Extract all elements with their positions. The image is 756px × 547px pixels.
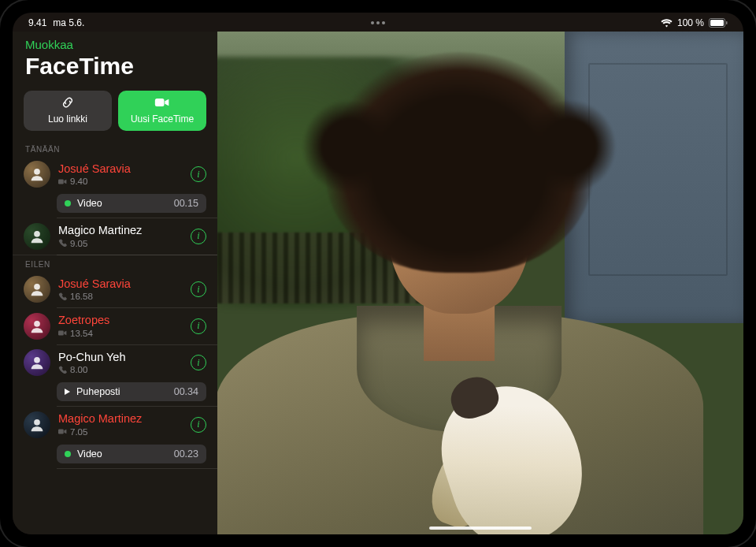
video-preview-illustration [217,32,743,534]
sidebar: Muokkaa FaceTime Luo linkki Uusi [13,32,217,534]
svg-rect-12 [58,430,64,434]
svg-point-6 [34,230,40,236]
call-info: Josué Saravia9.40 [58,162,183,186]
call-info: Magico Martinez7.05 [58,412,183,436]
call-item[interactable]: Magico Martinez9.05i [13,218,217,255]
call-item[interactable]: Po-Chun Yeh8.00i [13,344,217,381]
new-facetime-button[interactable]: Uusi FaceTime [118,91,206,131]
app-title: FaceTime [25,53,205,80]
call-time: 16.58 [70,292,93,301]
wifi-icon [661,19,673,28]
info-button[interactable]: i [191,229,206,244]
svg-point-11 [34,419,40,425]
call-info: Magico Martinez9.05 [58,224,183,247]
svg-rect-3 [155,99,165,106]
create-link-label: Luo linkki [48,113,87,125]
section-header: EILEN [13,255,217,271]
section-header: TÄNÄÄN [13,140,217,156]
call-info: Josué Saravia16.58 [58,277,183,301]
voicemail-pill[interactable]: Puheposti00.34 [57,382,206,401]
svg-point-7 [34,284,40,290]
info-button[interactable]: i [191,355,206,370]
play-icon [65,389,70,395]
call-meta: 7.05 [58,427,183,437]
svg-rect-5 [58,179,64,184]
call-name: Josué Saravia [58,277,183,291]
link-icon [60,95,76,112]
unread-dot-icon [65,451,71,457]
video-message-pill[interactable]: Video00.15 [57,194,206,213]
video-icon [58,427,67,436]
call-name: Magico Martinez [58,224,183,237]
media-label: Video [77,448,168,460]
create-link-button[interactable]: Luo linkki [24,91,112,131]
call-name: Zoetropes [58,314,183,327]
call-item[interactable]: Zoetropes13.54i [13,308,217,344]
svg-point-8 [34,320,40,326]
call-meta: 9.40 [58,177,183,186]
info-button[interactable]: i [191,318,206,334]
media-label: Puheposti [76,386,168,397]
video-icon [58,329,67,337]
status-date: ma 5.6. [53,17,84,28]
battery-icon [709,18,728,28]
edit-button[interactable]: Muokkaa [25,38,205,51]
call-item[interactable]: Magico Martinez7.05i [13,407,217,443]
avatar [24,349,50,376]
svg-point-4 [34,169,40,175]
avatar [24,313,50,340]
call-meta: 8.00 [58,365,183,374]
avatar [24,411,50,438]
phone-icon [58,292,67,301]
ipad-frame: 9.41 ma 5.6. 100 % Muokkaa FaceTime [0,0,756,547]
call-item[interactable]: Josué Saravia16.58i [13,271,217,307]
svg-rect-9 [58,331,64,336]
call-name: Josué Saravia [58,162,183,176]
info-button[interactable]: i [191,281,206,297]
call-time: 8.00 [70,365,87,374]
video-message-pill[interactable]: Video00.23 [57,445,206,463]
battery-text: 100 % [677,17,704,28]
avatar [24,276,50,303]
media-duration: 00.23 [174,448,198,460]
call-name: Magico Martinez [58,412,183,426]
new-facetime-label: Uusi FaceTime [131,113,194,125]
call-meta: 16.58 [58,292,183,301]
call-info: Zoetropes13.54 [58,314,183,337]
svg-rect-2 [726,21,728,24]
avatar [24,223,50,250]
home-indicator[interactable] [429,527,532,530]
call-meta: 13.54 [58,329,183,338]
info-button[interactable]: i [191,417,206,433]
call-meta: 9.05 [58,239,183,248]
call-info: Po-Chun Yeh8.00 [58,351,183,374]
video-icon [58,177,67,186]
multitask-indicator[interactable] [371,21,385,24]
avatar [24,161,50,188]
call-list: TÄNÄÄNJosué Saravia9.40iVideo00.15Magico… [13,140,217,468]
phone-icon [58,366,67,374]
svg-point-10 [34,357,40,363]
screen: 9.41 ma 5.6. 100 % Muokkaa FaceTime [13,13,743,534]
video-icon [154,95,170,112]
call-time: 9.40 [70,177,87,186]
call-time: 9.05 [70,239,87,248]
svg-rect-1 [710,20,724,26]
status-time: 9.41 [28,17,46,28]
info-button[interactable]: i [191,166,206,182]
phone-icon [58,239,67,247]
call-name: Po-Chun Yeh [58,351,183,364]
status-bar: 9.41 ma 5.6. 100 % [13,13,743,30]
unread-dot-icon [65,200,71,207]
call-item[interactable]: Josué Saravia9.40i [13,156,217,192]
media-duration: 00.15 [174,198,198,209]
divider [57,468,217,469]
content-area [217,32,743,534]
call-time: 7.05 [70,427,87,437]
call-time: 13.54 [70,329,93,338]
media-duration: 00.34 [174,386,198,397]
media-label: Video [77,198,168,209]
